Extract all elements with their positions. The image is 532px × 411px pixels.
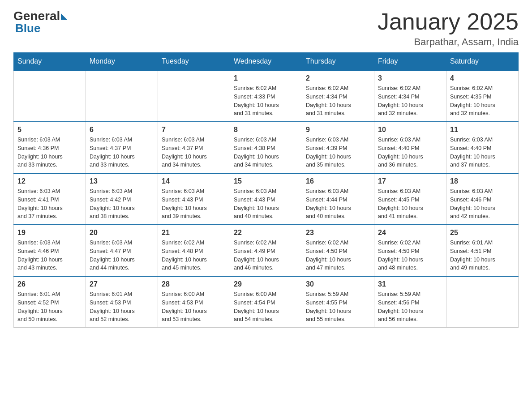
calendar-cell: 4Sunrise: 6:02 AM Sunset: 4:35 PM Daylig… <box>446 70 519 122</box>
calendar-cell: 22Sunrise: 6:02 AM Sunset: 4:49 PM Dayli… <box>230 225 302 276</box>
location-title: Barpathar, Assam, India <box>378 36 519 48</box>
day-info: Sunrise: 6:02 AM Sunset: 4:33 PM Dayligh… <box>234 84 298 118</box>
calendar-cell: 24Sunrise: 6:02 AM Sunset: 4:50 PM Dayli… <box>374 225 446 276</box>
calendar-cell: 13Sunrise: 6:03 AM Sunset: 4:42 PM Dayli… <box>86 173 158 225</box>
calendar-cell: 28Sunrise: 6:00 AM Sunset: 4:53 PM Dayli… <box>158 276 230 328</box>
day-number: 19 <box>17 229 82 237</box>
day-number: 3 <box>378 74 442 82</box>
day-number: 12 <box>17 177 82 185</box>
day-number: 16 <box>306 177 370 185</box>
day-info: Sunrise: 6:02 AM Sunset: 4:34 PM Dayligh… <box>378 84 442 118</box>
day-info: Sunrise: 6:02 AM Sunset: 4:34 PM Dayligh… <box>306 84 370 118</box>
calendar-cell: 7Sunrise: 6:03 AM Sunset: 4:37 PM Daylig… <box>158 122 230 173</box>
day-number: 30 <box>306 280 370 288</box>
day-info: Sunrise: 6:03 AM Sunset: 4:46 PM Dayligh… <box>450 187 515 221</box>
calendar-week-row: 26Sunrise: 6:01 AM Sunset: 4:52 PM Dayli… <box>14 276 519 328</box>
day-number: 1 <box>234 74 298 82</box>
day-of-week-header: Saturday <box>446 53 519 71</box>
calendar-cell: 20Sunrise: 6:03 AM Sunset: 4:47 PM Dayli… <box>86 225 158 276</box>
day-number: 26 <box>17 280 82 288</box>
calendar-week-row: 1Sunrise: 6:02 AM Sunset: 4:33 PM Daylig… <box>14 70 519 122</box>
day-number: 28 <box>162 280 226 288</box>
page-header: General Blue January 2025 Barpathar, Ass… <box>13 9 519 48</box>
day-info: Sunrise: 6:03 AM Sunset: 4:47 PM Dayligh… <box>90 239 154 272</box>
day-info: Sunrise: 6:03 AM Sunset: 4:41 PM Dayligh… <box>17 187 82 221</box>
calendar-cell: 16Sunrise: 6:03 AM Sunset: 4:44 PM Dayli… <box>302 173 374 225</box>
logo-blue: Blue <box>15 21 40 35</box>
calendar-cell: 3Sunrise: 6:02 AM Sunset: 4:34 PM Daylig… <box>374 70 446 122</box>
day-number: 13 <box>90 177 154 185</box>
day-number: 4 <box>450 74 515 82</box>
day-info: Sunrise: 6:02 AM Sunset: 4:49 PM Dayligh… <box>234 239 298 272</box>
calendar-cell: 6Sunrise: 6:03 AM Sunset: 4:37 PM Daylig… <box>86 122 158 173</box>
day-number: 21 <box>162 229 226 237</box>
day-number: 27 <box>90 280 154 288</box>
calendar-cell: 21Sunrise: 6:02 AM Sunset: 4:48 PM Dayli… <box>158 225 230 276</box>
day-of-week-header: Wednesday <box>230 53 302 71</box>
day-number: 2 <box>306 74 370 82</box>
day-info: Sunrise: 6:02 AM Sunset: 4:35 PM Dayligh… <box>450 84 515 118</box>
day-of-week-header: Friday <box>374 53 446 71</box>
calendar-cell: 31Sunrise: 5:59 AM Sunset: 4:56 PM Dayli… <box>374 276 446 328</box>
day-number: 29 <box>234 280 298 288</box>
calendar-cell <box>86 70 158 122</box>
day-info: Sunrise: 6:03 AM Sunset: 4:39 PM Dayligh… <box>306 136 370 169</box>
day-number: 17 <box>378 177 442 185</box>
calendar-cell: 11Sunrise: 6:03 AM Sunset: 4:40 PM Dayli… <box>446 122 519 173</box>
day-info: Sunrise: 6:03 AM Sunset: 4:40 PM Dayligh… <box>378 136 442 169</box>
day-info: Sunrise: 6:02 AM Sunset: 4:50 PM Dayligh… <box>378 239 442 272</box>
calendar-cell: 23Sunrise: 6:02 AM Sunset: 4:50 PM Dayli… <box>302 225 374 276</box>
calendar-cell: 25Sunrise: 6:01 AM Sunset: 4:51 PM Dayli… <box>446 225 519 276</box>
day-info: Sunrise: 6:00 AM Sunset: 4:53 PM Dayligh… <box>162 290 226 324</box>
calendar-cell: 1Sunrise: 6:02 AM Sunset: 4:33 PM Daylig… <box>230 70 302 122</box>
day-info: Sunrise: 5:59 AM Sunset: 4:55 PM Dayligh… <box>306 290 370 324</box>
calendar-cell: 18Sunrise: 6:03 AM Sunset: 4:46 PM Dayli… <box>446 173 519 225</box>
calendar-cell: 27Sunrise: 6:01 AM Sunset: 4:53 PM Dayli… <box>86 276 158 328</box>
day-info: Sunrise: 6:01 AM Sunset: 4:52 PM Dayligh… <box>17 290 82 324</box>
calendar-week-row: 5Sunrise: 6:03 AM Sunset: 4:36 PM Daylig… <box>14 122 519 173</box>
calendar-cell: 12Sunrise: 6:03 AM Sunset: 4:41 PM Dayli… <box>14 173 86 225</box>
day-number: 11 <box>450 126 515 134</box>
day-number: 15 <box>234 177 298 185</box>
day-number: 10 <box>378 126 442 134</box>
day-info: Sunrise: 6:03 AM Sunset: 4:37 PM Dayligh… <box>162 136 226 169</box>
day-of-week-header: Monday <box>86 53 158 71</box>
logo: General Blue <box>13 9 67 35</box>
day-info: Sunrise: 6:03 AM Sunset: 4:37 PM Dayligh… <box>90 136 154 169</box>
day-info: Sunrise: 6:03 AM Sunset: 4:40 PM Dayligh… <box>450 136 515 169</box>
calendar-header-row: SundayMondayTuesdayWednesdayThursdayFrid… <box>14 53 519 71</box>
day-info: Sunrise: 5:59 AM Sunset: 4:56 PM Dayligh… <box>378 290 442 324</box>
calendar-cell: 30Sunrise: 5:59 AM Sunset: 4:55 PM Dayli… <box>302 276 374 328</box>
title-block: January 2025 Barpathar, Assam, India <box>378 9 519 48</box>
day-of-week-header: Tuesday <box>158 53 230 71</box>
logo-arrow-icon <box>61 13 67 20</box>
calendar-cell: 10Sunrise: 6:03 AM Sunset: 4:40 PM Dayli… <box>374 122 446 173</box>
day-number: 7 <box>162 126 226 134</box>
calendar-cell: 14Sunrise: 6:03 AM Sunset: 4:43 PM Dayli… <box>158 173 230 225</box>
day-info: Sunrise: 6:03 AM Sunset: 4:45 PM Dayligh… <box>378 187 442 221</box>
day-info: Sunrise: 6:01 AM Sunset: 4:51 PM Dayligh… <box>450 239 515 272</box>
day-info: Sunrise: 6:01 AM Sunset: 4:53 PM Dayligh… <box>90 290 154 324</box>
calendar-cell: 29Sunrise: 6:00 AM Sunset: 4:54 PM Dayli… <box>230 276 302 328</box>
day-info: Sunrise: 6:03 AM Sunset: 4:44 PM Dayligh… <box>306 187 370 221</box>
day-info: Sunrise: 6:00 AM Sunset: 4:54 PM Dayligh… <box>234 290 298 324</box>
calendar-cell <box>14 70 86 122</box>
calendar-week-row: 12Sunrise: 6:03 AM Sunset: 4:41 PM Dayli… <box>14 173 519 225</box>
day-number: 18 <box>450 177 515 185</box>
day-of-week-header: Sunday <box>14 53 86 71</box>
day-info: Sunrise: 6:02 AM Sunset: 4:50 PM Dayligh… <box>306 239 370 272</box>
day-number: 9 <box>306 126 370 134</box>
calendar-table: SundayMondayTuesdayWednesdayThursdayFrid… <box>13 52 519 328</box>
day-info: Sunrise: 6:03 AM Sunset: 4:36 PM Dayligh… <box>17 136 82 169</box>
day-number: 22 <box>234 229 298 237</box>
day-info: Sunrise: 6:03 AM Sunset: 4:38 PM Dayligh… <box>234 136 298 169</box>
calendar-cell <box>158 70 230 122</box>
day-number: 5 <box>17 126 82 134</box>
calendar-cell: 26Sunrise: 6:01 AM Sunset: 4:52 PM Dayli… <box>14 276 86 328</box>
month-title: January 2025 <box>378 9 519 34</box>
calendar-cell: 17Sunrise: 6:03 AM Sunset: 4:45 PM Dayli… <box>374 173 446 225</box>
day-info: Sunrise: 6:03 AM Sunset: 4:46 PM Dayligh… <box>17 239 82 272</box>
day-number: 23 <box>306 229 370 237</box>
day-of-week-header: Thursday <box>302 53 374 71</box>
calendar-cell: 5Sunrise: 6:03 AM Sunset: 4:36 PM Daylig… <box>14 122 86 173</box>
